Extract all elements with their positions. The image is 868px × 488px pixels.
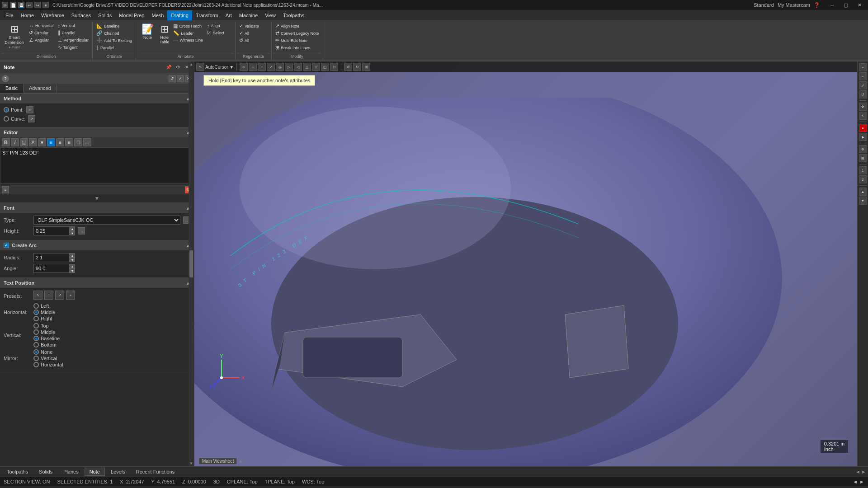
scroll-thumb[interactable] [189, 250, 193, 277]
rt-play[interactable]: ▶ [859, 133, 867, 141]
menu-file[interactable]: File [2, 10, 17, 20]
rt-zoom-out[interactable]: − [859, 72, 867, 80]
panel-check-button[interactable]: ✓ [177, 75, 184, 82]
status-nav-left[interactable]: ◄ [853, 479, 858, 484]
h-middle-radio[interactable] [33, 310, 39, 315]
editor-footer-btn1[interactable]: ≡ [2, 186, 9, 193]
panel-settings-button[interactable]: ⚙ [174, 64, 181, 71]
v-middle-radio[interactable] [33, 329, 39, 335]
v-top-option[interactable]: Top [33, 323, 60, 328]
vp-btn2[interactable]: ↔ [249, 63, 257, 71]
tab-basic[interactable]: Basic [0, 84, 24, 93]
minimize-button[interactable]: ─ [826, 0, 839, 10]
parallel-dim-button[interactable]: ∥ Parallel [56, 29, 91, 36]
side-panel-scrollbar[interactable]: ▲ ▼ [189, 61, 194, 466]
dropdown-btn[interactable]: ▼ [38, 138, 46, 146]
preset-c[interactable]: + [66, 291, 75, 300]
redo-icon[interactable]: ↪ [34, 2, 41, 8]
vp-btn13[interactable]: ↻ [353, 63, 361, 71]
rt-nav-up[interactable]: ▲ [859, 188, 867, 196]
method-point-icon-btn[interactable]: ⊕ [26, 106, 33, 113]
main-viewsheet-tab[interactable]: Main Viewsheet [199, 458, 237, 465]
radius-input[interactable] [33, 253, 70, 262]
method-curve-radio[interactable] [4, 116, 9, 122]
rt-record[interactable]: ● [859, 124, 867, 132]
vp-btn3[interactable]: ↕ [258, 63, 266, 71]
method-point-radio[interactable] [4, 107, 9, 113]
horizontal-dim-button[interactable]: ↔ Horizontal [27, 23, 56, 29]
rt-zoom-in[interactable]: + [859, 63, 867, 71]
file-icon[interactable]: 📄 [10, 2, 16, 8]
vp-btn14[interactable]: ⊞ [362, 63, 370, 71]
circular-dim-button[interactable]: ↺ Circular [27, 29, 56, 36]
note-button[interactable]: 📝 Note [138, 23, 157, 53]
method-section-header[interactable]: Method ▲ [0, 94, 194, 103]
vp-btn9[interactable]: ▽ [312, 63, 320, 71]
v-middle-option[interactable]: Middle [33, 329, 60, 335]
mirror-vertical-radio[interactable] [33, 356, 39, 361]
symbol-button[interactable]: ☐ [74, 138, 82, 146]
menu-transform[interactable]: Transform [192, 10, 222, 20]
radius-up[interactable]: ▲ [70, 253, 75, 258]
menu-mesh[interactable]: Mesh [148, 10, 167, 20]
menu-art[interactable]: Art [222, 10, 236, 20]
save-icon[interactable]: 💾 [18, 2, 24, 8]
v-baseline-radio[interactable] [33, 336, 39, 341]
rt-pan[interactable]: ✥ [859, 103, 867, 111]
rt-view2[interactable]: 2 [859, 175, 867, 183]
scroll-up-arrow[interactable]: ▲ [189, 62, 193, 66]
tab-advanced[interactable]: Advanced [24, 84, 57, 93]
align-button[interactable]: ↑ Align [205, 23, 226, 29]
h-right-option[interactable]: Right [33, 316, 55, 321]
rt-view1[interactable]: 1 [859, 166, 867, 174]
font-height-up[interactable]: ▲ [70, 226, 75, 231]
panel-pin-button[interactable]: 📌 [165, 64, 172, 71]
tangent-dim-button[interactable]: ∿ Tangent [56, 44, 91, 51]
italic-button[interactable]: I [11, 138, 19, 146]
h-middle-option[interactable]: Middle [33, 310, 55, 315]
status-nav-right[interactable]: ► [859, 479, 864, 484]
btabs-nav-right[interactable]: ► [861, 469, 866, 474]
parallel-ord-button[interactable]: ∥ Parallel [94, 44, 134, 51]
vp-btn4[interactable]: ⤢ [267, 63, 275, 71]
angle-input[interactable] [33, 264, 70, 273]
editor-textarea[interactable]: ST P/N 123 DEF [0, 148, 194, 184]
witness-line-button[interactable]: ― Witness Line [171, 37, 205, 43]
v-baseline-option[interactable]: Baseline [33, 336, 60, 341]
add-viewsheet-button[interactable]: + [239, 458, 242, 465]
convert-legacy-button[interactable]: ⇄ Convert Legacy Note [274, 30, 321, 37]
menu-toolpaths[interactable]: Toolpaths [279, 10, 308, 20]
create-arc-checkbox[interactable]: ✓ [4, 243, 9, 248]
mirror-horizontal-radio[interactable] [33, 362, 39, 367]
h-left-radio[interactable] [33, 303, 39, 309]
angle-up[interactable]: ▲ [70, 264, 75, 268]
align-center-button[interactable]: ≡ [56, 138, 64, 146]
btab-planes[interactable]: Planes [58, 468, 84, 476]
menu-wireframe[interactable]: Wireframe [38, 10, 68, 20]
maximize-button[interactable]: ▢ [839, 0, 853, 10]
v-bottom-radio[interactable] [33, 342, 39, 347]
editor-scroll-arrow[interactable]: ▼ [0, 194, 194, 202]
btab-levels[interactable]: Levels [106, 468, 130, 476]
font-height-input[interactable] [33, 226, 70, 235]
menu-home[interactable]: Home [17, 10, 38, 20]
create-arc-header[interactable]: ✓ Create Arc ▲ [0, 240, 194, 250]
underline-button[interactable]: U [20, 138, 28, 146]
btab-solids[interactable]: Solids [34, 468, 57, 476]
scroll-down-arrow[interactable]: ▼ [189, 461, 193, 465]
mirror-horizontal-option[interactable]: Horizontal [33, 362, 63, 367]
mirror-vertical-option[interactable]: Vertical [33, 356, 63, 361]
more-button[interactable]: … [83, 138, 91, 146]
rt-select[interactable]: ↖ [859, 112, 867, 120]
undo-icon[interactable]: ↩ [26, 2, 33, 8]
align-note-button[interactable]: ↗ Align Note [274, 23, 321, 29]
smart-dimension-button[interactable]: ⊞ SmartDimension ● Point [2, 23, 27, 53]
menu-model-prep[interactable]: Model Prep [115, 10, 148, 20]
help-button[interactable]: ? [2, 75, 9, 82]
font-type-select[interactable]: OLF SimpleSansCJK OC [33, 216, 180, 225]
bold-button[interactable]: B [2, 138, 10, 146]
btab-note[interactable]: Note [85, 468, 105, 476]
menu-surfaces[interactable]: Surfaces [68, 10, 94, 20]
h-right-radio[interactable] [33, 316, 39, 321]
rt-nav-dn[interactable]: ▼ [859, 197, 867, 205]
